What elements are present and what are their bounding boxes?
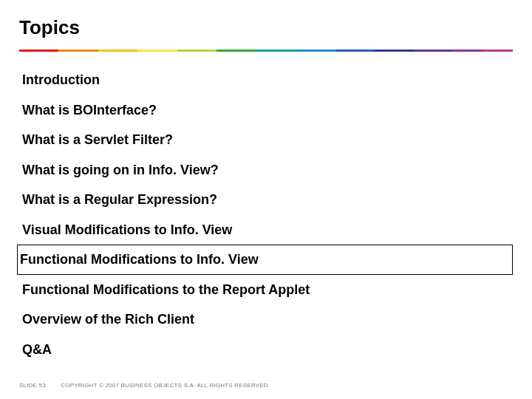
topic-item: Q&A bbox=[19, 335, 513, 365]
divider-rainbow bbox=[19, 50, 513, 52]
copyright-text: COPYRIGHT © 2007 BUSINESS OBJECTS S.A. A… bbox=[61, 382, 270, 389]
topic-item: What is a Servlet Filter? bbox=[19, 125, 513, 155]
slide: Topics Introduction What is BOInterface?… bbox=[0, 0, 532, 399]
slide-title: Topics bbox=[19, 16, 513, 39]
slide-footer: SLIDE 53 COPYRIGHT © 2007 BUSINESS OBJEC… bbox=[19, 382, 270, 389]
topics-list: Introduction What is BOInterface? What i… bbox=[19, 65, 513, 364]
topic-item: What is BOInterface? bbox=[19, 95, 513, 126]
topic-item: Functional Modifications to the Report A… bbox=[19, 275, 513, 305]
topic-item: What is a Regular Expression? bbox=[19, 185, 513, 215]
slide-number: SLIDE 53 bbox=[19, 382, 46, 389]
topic-item-current: Functional Modifications to Info. View bbox=[17, 245, 513, 275]
topic-item: Introduction bbox=[19, 65, 513, 95]
topic-item: What is going on in Info. View? bbox=[19, 155, 513, 185]
topic-item: Overview of the Rich Client bbox=[19, 304, 513, 335]
topic-item: Visual Modifications to Info. View bbox=[19, 215, 513, 245]
